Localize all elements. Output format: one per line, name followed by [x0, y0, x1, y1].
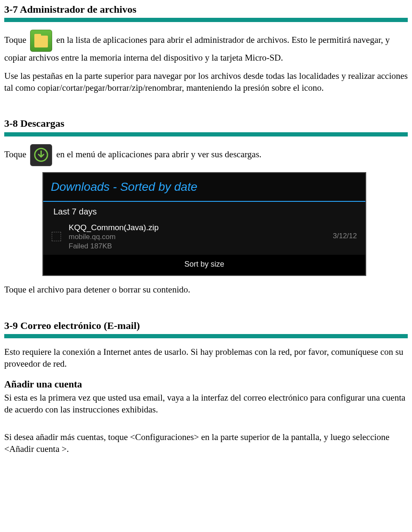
download-item[interactable]: KQQ_Common(Java).zip mobile.qq.com Faile… [43, 220, 365, 255]
download-item-date: 3/12/12 [328, 231, 357, 241]
download-item-host: mobile.qq.com [69, 232, 321, 241]
section-divider [4, 132, 408, 136]
file-manager-icon [30, 30, 52, 52]
text: en la lista de aplicaciones para abrir e… [4, 35, 390, 63]
sort-by-size-button[interactable]: Sort by size [43, 255, 365, 275]
downloads-group-label: Last 7 days [43, 202, 365, 220]
section-divider [4, 18, 408, 22]
section-title-3-7: 3-7 Administrador de archivos [4, 3, 408, 16]
paragraph: Toque en la lista de aplicaciones para a… [4, 30, 408, 64]
paragraph: Toque en el menú de aplicaciones para ab… [4, 144, 408, 166]
paragraph: Toque el archivo para detener o borrar s… [4, 284, 408, 295]
text: Toque [4, 35, 28, 45]
paragraph: Si esta es la primera vez que usted usa … [4, 392, 408, 416]
text: Toque [4, 149, 28, 159]
paragraph: Si desea añadir más cuentas, toque <Conf… [4, 431, 408, 455]
downloads-screenshot: Downloads - Sorted by date Last 7 days K… [42, 172, 408, 276]
download-item-title: KQQ_Common(Java).zip [69, 223, 321, 233]
paragraph: Esto requiere la conexión a Internet ant… [4, 346, 408, 370]
section-title-3-8: 3-8 Descargas [4, 117, 408, 130]
section-divider [4, 334, 408, 338]
download-checkbox[interactable] [52, 232, 61, 241]
subsection-title-add-account: Añadir una cuenta [4, 378, 408, 391]
download-item-status: Failed 187KB [69, 242, 321, 251]
section-title-3-9: 3-9 Correo electrónico (E-mail) [4, 319, 408, 332]
paragraph: Use las pestañas en la parte superior pa… [4, 70, 408, 94]
downloads-header: Downloads - Sorted by date [43, 173, 365, 202]
text: en el menú de aplicaciones para abrir y … [56, 149, 262, 159]
downloads-icon [30, 144, 52, 166]
